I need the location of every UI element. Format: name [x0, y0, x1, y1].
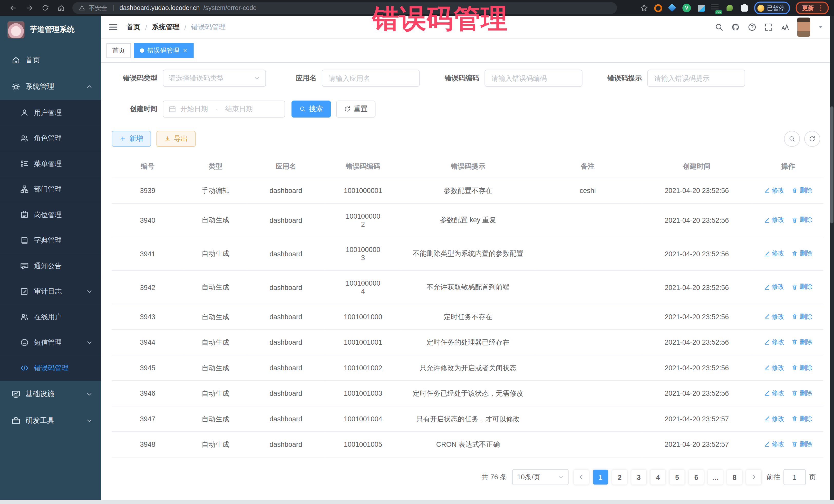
hide-search-button[interactable]	[784, 131, 800, 147]
column-header: 备注	[534, 155, 641, 178]
page-button-2[interactable]: 2	[612, 469, 627, 484]
edit-link[interactable]: 修改	[764, 312, 785, 321]
sidebar-item-post[interactable]: 岗位管理	[0, 202, 101, 227]
edit-link[interactable]: 修改	[764, 414, 785, 423]
close-icon[interactable]	[182, 48, 188, 53]
bottom-edge-strip	[0, 500, 834, 504]
table-row: 3939 手动编辑 dashboard 1001000001 参数配置不存在 c…	[112, 178, 823, 203]
extension-icon-squares[interactable]	[698, 5, 704, 12]
page-scrollbar[interactable]	[830, 16, 834, 504]
font-size-icon[interactable]	[781, 23, 789, 31]
error-code-input[interactable]	[490, 74, 577, 83]
add-button[interactable]: 新增	[112, 131, 151, 147]
user-avatar[interactable]	[797, 18, 810, 37]
browser-menu-icon[interactable]	[817, 4, 825, 12]
search-button[interactable]: 搜索	[291, 101, 331, 117]
sidebar-item-dev-tools[interactable]: 研发工具	[0, 408, 101, 434]
delete-link[interactable]: 删除	[792, 283, 812, 291]
page-size-select[interactable]: 10条/页	[512, 469, 569, 485]
sidebar-item-home[interactable]: 首页	[0, 47, 101, 73]
page-button-5[interactable]: 5	[670, 469, 685, 484]
extension-icon-vue-devtools[interactable]: V	[682, 4, 691, 12]
delete-link[interactable]: 删除	[792, 338, 812, 347]
edit-link[interactable]: 修改	[764, 363, 785, 372]
delete-link[interactable]: 删除	[792, 186, 812, 195]
extension-icon-script-manager[interactable]: on	[711, 4, 720, 12]
sidebar-item-sms[interactable]: 短信管理	[0, 330, 101, 355]
error-type-select[interactable]: 请选择错误码类型	[163, 70, 266, 87]
breadcrumb-system[interactable]: 系统管理	[152, 22, 180, 32]
sidebar-item-role[interactable]: 角色管理	[0, 126, 101, 151]
refresh-table-button[interactable]	[804, 131, 820, 147]
search-icon[interactable]	[715, 23, 723, 31]
edit-link[interactable]: 修改	[764, 283, 785, 291]
prev-page-button[interactable]	[574, 469, 589, 484]
tab-home[interactable]: 首页	[107, 43, 131, 58]
goto-page-input[interactable]	[784, 469, 806, 485]
delete-link[interactable]: 删除	[792, 389, 812, 398]
sidebar-item-infra[interactable]: 基础设施	[0, 381, 101, 408]
app-name-input[interactable]	[328, 74, 414, 83]
sidebar-item-dept[interactable]: 部门管理	[0, 177, 101, 202]
delete-link[interactable]: 删除	[792, 440, 812, 449]
sidebar-item-online-user[interactable]: 在线用户	[0, 304, 101, 330]
page-button-3[interactable]: 3	[631, 469, 646, 484]
profile-paused-pill[interactable]: 已暂停	[754, 2, 790, 14]
edit-link[interactable]: 修改	[764, 216, 785, 224]
sidebar-item-error-code[interactable]: 错误码管理	[0, 355, 101, 381]
chrome-update-button[interactable]: 更新	[796, 2, 829, 14]
extensions-puzzle-icon[interactable]	[741, 5, 748, 12]
delete-link[interactable]: 删除	[792, 216, 812, 224]
delete-link[interactable]: 删除	[792, 363, 812, 372]
sidebar-item-notice[interactable]: 通知公告	[0, 253, 101, 279]
cell-code: 1001001003	[324, 380, 402, 406]
edit-link[interactable]: 修改	[764, 440, 785, 449]
cell-actions: 修改 删除	[753, 380, 824, 406]
edit-link[interactable]: 修改	[764, 186, 785, 195]
reset-button[interactable]: 重置	[336, 101, 375, 117]
error-msg-input[interactable]	[653, 74, 739, 83]
bookmark-star-icon[interactable]	[640, 4, 648, 12]
back-icon[interactable]	[9, 4, 17, 12]
date-range-picker[interactable]: 开始日期 - 结束日期	[163, 101, 285, 117]
help-icon[interactable]	[748, 23, 756, 31]
extension-icon-blue-gem[interactable]	[668, 4, 676, 12]
sidebar-item-user[interactable]: 用户管理	[0, 100, 101, 126]
page-ellipsis-button[interactable]: …	[708, 469, 723, 484]
avatar-caret-icon[interactable]	[818, 24, 824, 30]
address-bar[interactable]: 不安全 | dashboard.yudao.iocoder.cn/system/…	[72, 2, 617, 14]
github-icon[interactable]	[731, 23, 740, 31]
page-button-8[interactable]: 8	[727, 469, 742, 484]
extension-icon-green[interactable]	[726, 5, 733, 11]
next-page-button[interactable]	[746, 469, 761, 484]
edit-icon	[764, 365, 770, 371]
tab-error-code[interactable]: 错误码管理	[134, 43, 194, 58]
delete-link[interactable]: 删除	[792, 414, 812, 423]
edit-link[interactable]: 修改	[764, 338, 785, 347]
export-button[interactable]: 导出	[156, 131, 196, 147]
sidebar-item-menu[interactable]: 菜单管理	[0, 151, 101, 177]
reload-icon[interactable]	[42, 4, 49, 12]
hamburger-icon[interactable]	[109, 22, 118, 32]
extension-icon-orange-ring[interactable]	[654, 4, 662, 12]
edit-link[interactable]: 修改	[764, 389, 785, 398]
sidebar-item-dict[interactable]: 字典管理	[0, 227, 101, 253]
page-button-4[interactable]: 4	[651, 469, 665, 484]
delete-link[interactable]: 删除	[792, 249, 812, 258]
app-logo-row[interactable]: 芋道管理系统	[0, 16, 101, 44]
delete-link[interactable]: 删除	[792, 312, 812, 321]
fullscreen-icon[interactable]	[764, 23, 773, 31]
page-button-6[interactable]: 6	[689, 469, 704, 484]
sidebar-item-label: 研发工具	[25, 416, 54, 425]
scrollbar-thumb[interactable]	[830, 107, 833, 223]
forward-icon[interactable]	[25, 4, 33, 12]
edit-link[interactable]: 修改	[764, 249, 785, 258]
browser-home-icon[interactable]	[58, 4, 65, 12]
table-row: 3942 自动生成 dashboard 1001000004 不允许获取敏感配置…	[112, 270, 823, 304]
page-button-1[interactable]: 1	[593, 469, 608, 484]
cell-id: 3948	[112, 432, 183, 457]
notice-icon	[20, 262, 29, 270]
sidebar-item-audit-log[interactable]: 审计日志	[0, 279, 101, 304]
breadcrumb-home[interactable]: 首页	[127, 22, 140, 32]
sidebar-item-system[interactable]: 系统管理	[0, 73, 101, 100]
